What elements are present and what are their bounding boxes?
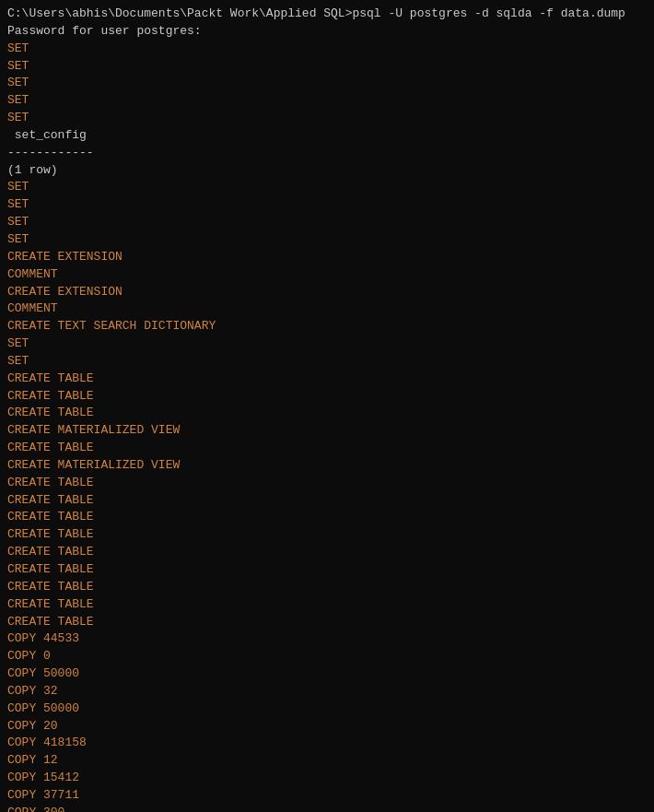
output-line: SET — [7, 335, 647, 353]
output-line: (1 row) — [7, 162, 647, 180]
output-line: SET — [7, 92, 647, 110]
output-line: CREATE EXTENSION — [7, 249, 647, 266]
output-line: SET — [7, 196, 647, 214]
output-line: SET — [7, 41, 647, 58]
command-line: C:\Users\abhis\Documents\Packt Work\Appl… — [7, 6, 647, 23]
output-line: CREATE TABLE — [7, 579, 647, 596]
output-line: CREATE TABLE — [7, 526, 647, 544]
output-line: CREATE TABLE — [7, 614, 647, 631]
output-line: COPY 50000 — [7, 700, 647, 718]
output-line: CREATE TABLE — [7, 596, 647, 614]
output-line: COMMENT — [7, 266, 647, 284]
output-line: ------------ — [7, 145, 647, 162]
output-line: SET — [7, 353, 647, 371]
output-line: SET — [7, 110, 647, 127]
output-line: SET — [7, 75, 647, 92]
output-line: COPY 12 — [7, 752, 647, 770]
output-line: SET — [7, 214, 647, 231]
output-line: CREATE TABLE — [7, 509, 647, 526]
output-line: COPY 32 — [7, 683, 647, 700]
output-line: COPY 300 — [7, 805, 647, 812]
password-line: Password for user postgres: — [7, 23, 647, 41]
terminal-window: C:\Users\abhis\Documents\Packt Work\Appl… — [0, 0, 654, 812]
output-line: CREATE TABLE — [7, 371, 647, 388]
output-line: COPY 418158 — [7, 735, 647, 752]
output-line: COPY 15412 — [7, 770, 647, 787]
output-line: SET — [7, 179, 647, 196]
output-line: CREATE TABLE — [7, 388, 647, 406]
output-line: CREATE TABLE — [7, 475, 647, 492]
output-line: COPY 37711 — [7, 787, 647, 805]
output-line: CREATE TABLE — [7, 405, 647, 422]
output-line: COPY 0 — [7, 648, 647, 665]
output-line: CREATE MATERIALIZED VIEW — [7, 422, 647, 440]
output-line: CREATE TABLE — [7, 561, 647, 579]
output-line: CREATE TABLE — [7, 440, 647, 457]
output-area: SETSETSETSETSET set_config------------(1… — [7, 41, 647, 812]
output-line: CREATE EXTENSION — [7, 284, 647, 301]
output-line: CREATE TABLE — [7, 544, 647, 561]
output-line: SET — [7, 58, 647, 76]
output-line: COPY 20 — [7, 718, 647, 736]
output-line: SET — [7, 231, 647, 249]
output-line: COMMENT — [7, 300, 647, 318]
output-line: set_config — [7, 127, 647, 145]
output-line: COPY 44533 — [7, 630, 647, 648]
output-line: CREATE MATERIALIZED VIEW — [7, 457, 647, 475]
output-line: CREATE TEXT SEARCH DICTIONARY — [7, 318, 647, 335]
output-line: CREATE TABLE — [7, 492, 647, 510]
output-line: COPY 50000 — [7, 665, 647, 683]
